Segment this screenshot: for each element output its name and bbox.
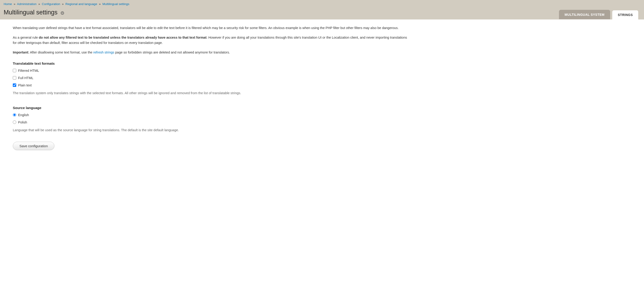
breadcrumb-link-configuration[interactable]: Configuration [42,2,60,6]
bold-text: Important: [13,50,29,54]
formats-description: The translation system only translates s… [13,91,408,96]
breadcrumb-separator: » [62,2,64,6]
breadcrumb: Home » Administration » Configuration » … [4,2,640,8]
intro-paragraph-2: As a general rule do not allow any filte… [13,35,408,45]
radio-label[interactable]: Polish [18,120,27,124]
breadcrumb-separator: » [14,2,16,6]
main-content: When translating user defined strings th… [0,20,420,156]
intro-paragraph-3: Important: After disallowing some text f… [13,50,408,55]
breadcrumb-link-home[interactable]: Home [4,2,12,6]
breadcrumb-link-multilingual[interactable]: Multilingual settings [102,2,129,6]
format-option-full-html: Full HTML [13,76,408,80]
page-title: Multilingual settings + [4,8,64,19]
breadcrumb-link-regional[interactable]: Regional and language [65,2,97,6]
text: page so forbidden strings are deleted an… [114,50,230,54]
checkbox-label[interactable]: Plain text [18,84,32,87]
intro-paragraph-1: When translating user defined strings th… [13,25,408,30]
checkbox-full-html[interactable] [13,76,16,80]
checkbox-filtered-html[interactable] [13,69,16,72]
primary-tabs: MULTILINGUAL SYSTEM STRINGS [559,10,638,19]
language-option-english: English [13,113,408,117]
radio-label[interactable]: English [18,113,29,117]
breadcrumb-link-administration[interactable]: Administration [17,2,36,6]
source-language-description: Language that will be used as the source… [13,128,408,133]
radio-polish[interactable] [13,120,16,124]
checkbox-label[interactable]: Full HTML [18,76,33,80]
checkbox-label[interactable]: Filtered HTML [18,69,39,72]
language-option-polish: Polish [13,120,408,124]
save-configuration-button[interactable]: Save configuration [13,142,54,150]
breadcrumb-separator: » [38,2,40,6]
add-icon[interactable]: + [61,12,64,15]
format-option-filtered-html: Filtered HTML [13,69,408,72]
tab-multilingual-system[interactable]: MULTILINGUAL SYSTEM [559,10,610,19]
format-option-plain-text: Plain text [13,84,408,87]
page-title-text: Multilingual settings [4,9,58,16]
source-language-title: Source language [13,106,408,110]
refresh-strings-link[interactable]: refresh strings [93,50,114,54]
text: , filter access will be checked for tran… [60,41,163,44]
checkbox-plain-text[interactable] [13,84,16,87]
text: As a general rule [13,36,39,39]
page-header: Home » Administration » Configuration » … [0,0,644,20]
text: After disallowing some text format, use … [29,50,93,54]
breadcrumb-separator: » [99,2,101,6]
tab-strings[interactable]: STRINGS [612,10,638,20]
radio-english[interactable] [13,113,16,116]
emphasis-text: default [50,41,60,44]
bold-text: do not allow any filtered text to be tra… [39,36,206,39]
formats-title: Translatable text formats [13,62,408,66]
